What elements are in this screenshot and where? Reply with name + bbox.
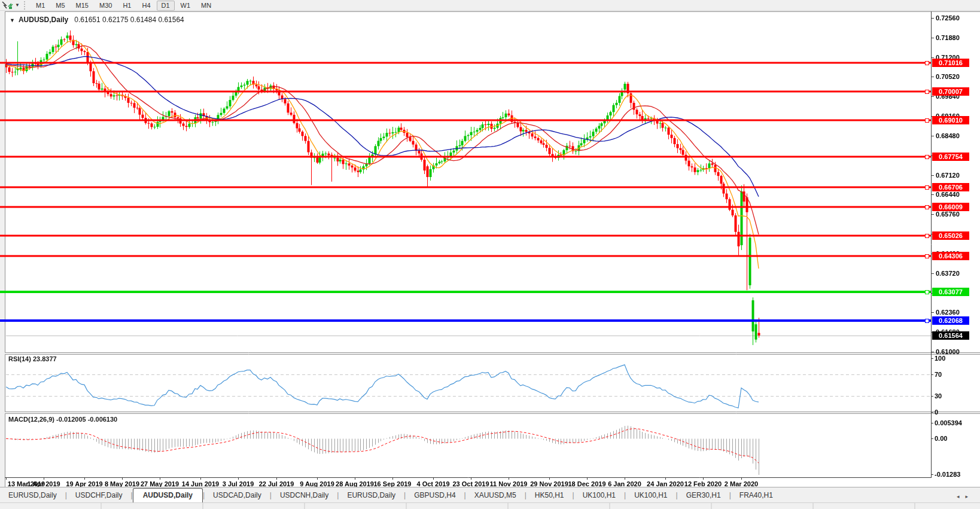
application-window: ▼ M1M5M15M30H1H4D1W1MN ▼AUDUSD,Daily0.61… — [0, 0, 980, 509]
timeframe-button-m30[interactable]: M30 — [95, 1, 117, 11]
toolbar: ▼ M1M5M15M30H1H4D1W1MN — [0, 0, 980, 11]
timeframe-button-m5[interactable]: M5 — [51, 1, 69, 11]
timeframe-button-group: M1M5M15M30H1H4D1W1MN — [31, 0, 217, 11]
chart-tab-ger30-h1[interactable]: GER30,H1 — [678, 489, 729, 502]
chart-tab-usdchf-daily[interactable]: USDCHF,Daily — [67, 489, 131, 502]
timeframe-button-h1[interactable]: H1 — [118, 1, 136, 11]
chart-tab-gbpusd-h4[interactable]: GBPUSD,H4 — [406, 489, 464, 502]
chart-tab-fra40-h1[interactable]: FRA40,H1 — [731, 489, 781, 502]
chart-tab-uk100-h1[interactable]: UK100,H1 — [626, 489, 675, 502]
tab-scroll-arrows[interactable]: ◂▸ — [957, 493, 980, 502]
chart-tab-audusd-daily[interactable]: AUDUSD,Daily — [133, 488, 203, 503]
timeframe-button-d1[interactable]: D1 — [157, 1, 175, 11]
timeframe-button-mn[interactable]: MN — [196, 1, 216, 11]
timeframe-button-m15[interactable]: M15 — [71, 1, 93, 11]
chart-tab-bar: EURUSD,Daily|USDCHF,Daily|AUDUSD,Daily|U… — [0, 487, 980, 502]
chart-tab-xauusd-m5[interactable]: XAUUSD,M5 — [466, 489, 525, 502]
chart-tab-usdcad-daily[interactable]: USDCAD,Daily — [205, 489, 270, 502]
candlestick-chart-icon[interactable] — [1, 1, 13, 10]
chart-tab-usdcnh-daily[interactable]: USDCNH,Daily — [272, 489, 337, 502]
chart-tab-eurusd-daily[interactable]: EURUSD,Daily — [339, 489, 404, 502]
chevron-down-icon[interactable]: ▼ — [13, 2, 22, 8]
toolbar-grip — [24, 1, 27, 10]
chart-tab-eurusd-daily[interactable]: EURUSD,Daily — [0, 489, 65, 502]
chart-tab-uk100-h1[interactable]: UK100,H1 — [574, 489, 624, 502]
status-bar — [0, 502, 980, 509]
price-chart-canvas[interactable] — [0, 0, 980, 509]
timeframe-button-m1[interactable]: M1 — [31, 1, 50, 11]
chart-tab-hk50-h1[interactable]: HK50,H1 — [526, 489, 573, 502]
timeframe-button-w1[interactable]: W1 — [176, 1, 196, 11]
timeframe-button-h4[interactable]: H4 — [137, 1, 155, 11]
